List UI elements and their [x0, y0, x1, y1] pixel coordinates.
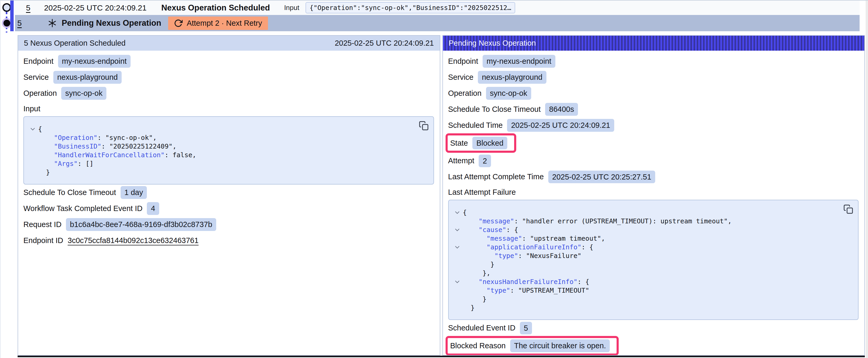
detail-row-last-attempt-complete-time: Last Attempt Complete Time 2025-02-25 UT…: [448, 169, 859, 185]
detail-label: Operation: [448, 89, 482, 98]
detail-row-wft-completed-event-id: Workflow Task Completed Event ID 4: [23, 200, 434, 217]
detail-chip: 2: [479, 155, 491, 167]
detail-label: Scheduled Time: [448, 121, 503, 130]
detail-label: Attempt: [448, 156, 474, 165]
json-line: "BusinessID": "20250225122409",: [27, 142, 412, 151]
failure-code-block: {"message": "handler error (UPSTREAM_TIM…: [448, 200, 859, 320]
detail-label: Workflow Task Completed Event ID: [23, 204, 143, 213]
detail-chip: nexus-playground: [53, 71, 122, 84]
event-row-pending-nexus-operation[interactable]: 5 Pending Nexus Operation Attempt 2 · Ne…: [1, 15, 860, 31]
json-line: }: [27, 168, 412, 176]
code-gutter: [27, 168, 38, 176]
code-gutter: [27, 142, 38, 151]
detail-chip: 86400s: [545, 103, 578, 116]
state-chip: Blocked: [472, 137, 507, 149]
detail-row-scheduled-time: Scheduled Time 2025-02-25 UTC 20:24:09.2…: [448, 117, 859, 133]
input-code-block: {"Operation": "sync-op-ok","BusinessID":…: [23, 116, 434, 185]
chevron-down-icon[interactable]: [452, 225, 463, 234]
chevron-down-icon[interactable]: [452, 208, 463, 217]
code-gutter: [452, 295, 463, 303]
detail-chip: sync-op-ok: [486, 87, 531, 99]
detail-row-endpoint-id: Endpoint ID 3c0c75ccfa8144b092c13ce63246…: [23, 232, 434, 249]
json-line: {: [27, 125, 412, 133]
detail-label: Service: [23, 73, 49, 82]
code-gutter: [452, 252, 463, 260]
detail-row-operation: Operation sync-op-ok: [23, 85, 434, 101]
code-gutter: [452, 217, 463, 225]
detail-row-blocked-reason: Blocked Reason The circuit breaker is op…: [448, 336, 859, 355]
detail-label: Last Attempt Complete Time: [448, 172, 544, 181]
panel-timestamp: 2025-02-25 UTC 20:24:09.21: [335, 39, 434, 47]
chevron-down-icon[interactable]: [27, 125, 38, 133]
detail-label: Service: [448, 73, 474, 82]
json-line: }: [452, 303, 837, 312]
chevron-down-icon[interactable]: [452, 278, 463, 286]
detail-row-attempt: Attempt 2: [448, 153, 859, 169]
event-history-screen: 5 2025-02-25 UTC 20:24:09.21 Nexus Opera…: [0, 0, 868, 358]
json-line: }: [452, 260, 837, 269]
timeline-current-dot-icon: [3, 20, 10, 27]
event-id-link[interactable]: 5: [26, 3, 30, 12]
event-details-group: 5 Nexus Operation Scheduled 2025-02-25 U…: [18, 35, 865, 357]
code-gutter: [27, 159, 38, 168]
json-line: {: [452, 208, 837, 217]
json-line: "HandlerWaitForCancellation": false,: [27, 151, 412, 159]
json-line: "type": "NexusFailure": [452, 252, 837, 260]
json-line: }: [452, 295, 837, 303]
input-inline-label: Input: [284, 4, 299, 12]
detail-label: State: [450, 139, 468, 148]
code-gutter: [452, 260, 463, 269]
copy-button[interactable]: [843, 204, 854, 215]
detail-chip: nexus-playground: [478, 71, 547, 84]
blocked-reason-chip: The circuit breaker is open.: [510, 339, 610, 352]
code-gutter: [27, 133, 38, 142]
blocked-reason-highlight-box: Blocked Reason The circuit breaker is op…: [445, 336, 619, 355]
code-gutter: [452, 303, 463, 312]
detail-label: Blocked Reason: [450, 341, 506, 350]
code-gutter: [452, 269, 463, 278]
detail-label: Schedule To Close Timeout: [23, 188, 116, 197]
detail-row-service: Service nexus-playground: [23, 69, 434, 85]
detail-chip: 2025-02-25 UTC 20:24:09.21: [507, 119, 614, 131]
detail-label: Operation: [23, 89, 57, 98]
detail-chip: 4: [147, 202, 159, 215]
json-line: "applicationFailureInfo": {: [452, 243, 837, 252]
endpoint-id-link[interactable]: 3c0c75ccfa8144b092c13ce632463761: [68, 236, 198, 245]
event-row-nexus-operation-scheduled[interactable]: 5 2025-02-25 UTC 20:24:09.21 Nexus Opera…: [1, 1, 860, 15]
copy-button[interactable]: [418, 121, 429, 131]
event-rows: 5 2025-02-25 UTC 20:24:09.21 Nexus Opera…: [1, 1, 860, 31]
json-line: "nexusHandlerFailureInfo": {: [452, 278, 837, 286]
json-line: },: [452, 269, 837, 278]
pending-panel-body: Endpoint my-nexus-endpoint Service nexus…: [443, 51, 865, 356]
event-name: Pending Nexus Operation: [62, 19, 161, 28]
scheduled-event-panel: 5 Nexus Operation Scheduled 2025-02-25 U…: [18, 35, 440, 356]
detail-row-state: State Blocked: [448, 133, 859, 153]
detail-chip: sync-op-ok: [61, 87, 106, 99]
detail-row-request-id: Request ID b1c6a4bc-8ee7-468a-9169-df3b0…: [23, 217, 434, 232]
detail-row-service: Service nexus-playground: [448, 69, 859, 85]
pending-panel-header: Pending Nexus Operation: [443, 36, 865, 51]
attempt-badge-label: Attempt 2 · Next Retry: [187, 19, 262, 28]
timeline-open-circle-icon: [2, 3, 11, 12]
detail-chip: 1 day: [121, 186, 147, 199]
json-line: "message": "upstream timeout",: [452, 234, 837, 243]
code-gutter: [452, 234, 463, 243]
chevron-down-icon[interactable]: [452, 243, 463, 252]
panel-title: 5 Nexus Operation Scheduled: [24, 39, 126, 47]
json-line: "Args": []: [27, 159, 412, 168]
scrollbar-gutter[interactable]: [866, 1, 868, 358]
detail-label: Request ID: [23, 220, 61, 229]
pending-operation-panel: Pending Nexus Operation Endpoint my-nexu…: [442, 35, 865, 356]
detail-row-schedule-to-close: Schedule To Close Timeout 1 day: [23, 185, 434, 200]
detail-row-schedule-to-close: Schedule To Close Timeout 86400s: [448, 101, 859, 117]
event-id-link[interactable]: 5: [17, 19, 22, 28]
detail-row-operation: Operation sync-op-ok: [448, 85, 859, 101]
detail-chip: b1c6a4bc-8ee7-468a-9169-df3b02c8737b: [66, 218, 216, 231]
detail-chip: 2025-02-25 UTC 20:25:27.51: [548, 171, 655, 183]
input-section-label: Input: [23, 104, 434, 113]
json-line: "Operation": "sync-op-ok",: [27, 133, 412, 142]
detail-label: Scheduled Event ID: [448, 324, 516, 332]
state-highlight-box: State Blocked: [445, 133, 517, 153]
detail-row-endpoint: Endpoint my-nexus-endpoint: [23, 53, 434, 69]
detail-label: Endpoint: [23, 57, 54, 66]
